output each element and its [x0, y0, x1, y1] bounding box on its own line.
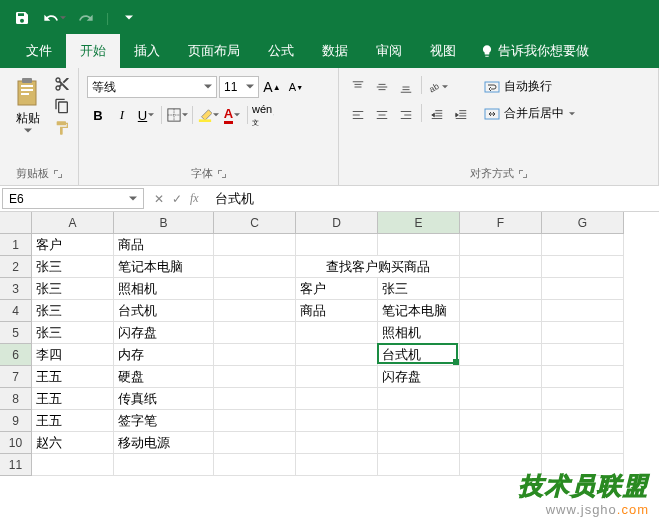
cell[interactable]: 硬盘 — [114, 366, 214, 388]
wrap-text-button[interactable]: 自动换行 — [478, 76, 581, 97]
cell[interactable] — [460, 410, 542, 432]
tab-insert[interactable]: 插入 — [120, 34, 174, 68]
row-header[interactable]: 4 — [0, 300, 32, 322]
column-header[interactable]: B — [114, 212, 214, 234]
cell[interactable] — [542, 256, 624, 278]
cell[interactable]: 照相机 — [114, 278, 214, 300]
cell[interactable] — [214, 300, 296, 322]
merge-center-button[interactable]: 合并后居中 — [478, 103, 581, 124]
tab-data[interactable]: 数据 — [308, 34, 362, 68]
cell[interactable] — [214, 278, 296, 300]
cell[interactable]: 签字笔 — [114, 410, 214, 432]
save-button[interactable] — [8, 4, 36, 32]
cell[interactable] — [378, 454, 460, 476]
cell[interactable]: 闪存盘 — [114, 322, 214, 344]
decrease-font-button[interactable]: A▼ — [285, 76, 307, 98]
cell[interactable] — [114, 454, 214, 476]
cell[interactable]: 李四 — [32, 344, 114, 366]
row-header[interactable]: 9 — [0, 410, 32, 432]
row-header[interactable]: 6 — [0, 344, 32, 366]
cell[interactable]: 张三 — [378, 278, 460, 300]
cell[interactable] — [32, 454, 114, 476]
cell[interactable] — [214, 388, 296, 410]
cell[interactable] — [460, 322, 542, 344]
orientation-button[interactable]: ab — [426, 76, 448, 98]
row-header[interactable]: 1 — [0, 234, 32, 256]
align-middle-button[interactable] — [371, 76, 393, 98]
fx-icon[interactable]: fx — [190, 191, 199, 206]
cell[interactable] — [296, 322, 378, 344]
tab-file[interactable]: 文件 — [12, 34, 66, 68]
dialog-launcher-icon[interactable] — [53, 169, 63, 179]
cell[interactable] — [214, 234, 296, 256]
cell[interactable] — [296, 388, 378, 410]
cell[interactable]: 张三 — [32, 300, 114, 322]
cell[interactable] — [460, 432, 542, 454]
cancel-formula-icon[interactable]: ✕ — [154, 192, 164, 206]
tab-pagelayout[interactable]: 页面布局 — [174, 34, 254, 68]
fill-color-button[interactable] — [197, 104, 219, 126]
paste-button[interactable]: 粘贴 — [6, 72, 50, 139]
cell[interactable] — [460, 278, 542, 300]
increase-font-button[interactable]: A▲ — [261, 76, 283, 98]
cell[interactable]: 台式机 — [114, 300, 214, 322]
cell[interactable]: 内存 — [114, 344, 214, 366]
cell[interactable]: 笔记本电脑 — [378, 300, 460, 322]
row-header[interactable]: 8 — [0, 388, 32, 410]
row-header[interactable]: 11 — [0, 454, 32, 476]
dialog-launcher-icon[interactable] — [217, 169, 227, 179]
row-header[interactable]: 5 — [0, 322, 32, 344]
cell[interactable]: 移动电源 — [114, 432, 214, 454]
column-header[interactable]: A — [32, 212, 114, 234]
cell[interactable] — [214, 256, 296, 278]
cell[interactable] — [378, 432, 460, 454]
tell-me-search[interactable]: 告诉我你想要做 — [470, 34, 599, 68]
align-center-button[interactable] — [371, 104, 393, 126]
cell[interactable] — [542, 234, 624, 256]
cell[interactable]: 笔记本电脑 — [114, 256, 214, 278]
cell[interactable]: 客户 — [296, 278, 378, 300]
cell[interactable] — [542, 300, 624, 322]
row-header[interactable]: 7 — [0, 366, 32, 388]
cell[interactable]: 张三 — [32, 322, 114, 344]
decrease-indent-button[interactable] — [426, 104, 448, 126]
cell[interactable] — [296, 344, 378, 366]
cell[interactable] — [460, 256, 542, 278]
align-left-button[interactable] — [347, 104, 369, 126]
cell[interactable]: 传真纸 — [114, 388, 214, 410]
redo-button[interactable] — [72, 4, 100, 32]
cell[interactable]: 台式机 — [378, 344, 460, 366]
column-header[interactable]: D — [296, 212, 378, 234]
tab-view[interactable]: 视图 — [416, 34, 470, 68]
cell[interactable] — [378, 388, 460, 410]
cell[interactable] — [296, 432, 378, 454]
underline-button[interactable]: U — [135, 104, 157, 126]
cell[interactable] — [214, 366, 296, 388]
tab-formulas[interactable]: 公式 — [254, 34, 308, 68]
dialog-launcher-icon[interactable] — [518, 169, 528, 179]
column-header[interactable]: G — [542, 212, 624, 234]
row-header[interactable]: 3 — [0, 278, 32, 300]
name-box[interactable]: E6 — [2, 188, 144, 209]
row-header[interactable]: 10 — [0, 432, 32, 454]
cell[interactable] — [378, 410, 460, 432]
cell[interactable] — [460, 344, 542, 366]
cell[interactable] — [296, 234, 378, 256]
cell[interactable] — [214, 432, 296, 454]
cell[interactable]: 张三 — [32, 278, 114, 300]
cell[interactable]: 张三 — [32, 256, 114, 278]
cell[interactable] — [542, 322, 624, 344]
cell[interactable]: 商品 — [296, 300, 378, 322]
font-color-button[interactable]: A — [221, 104, 243, 126]
cell[interactable] — [296, 410, 378, 432]
increase-indent-button[interactable] — [450, 104, 472, 126]
cell[interactable] — [542, 388, 624, 410]
cell[interactable] — [214, 410, 296, 432]
align-top-button[interactable] — [347, 76, 369, 98]
cell[interactable]: 查找客户购买商品 — [296, 256, 460, 278]
cell[interactable] — [378, 234, 460, 256]
align-bottom-button[interactable] — [395, 76, 417, 98]
cell[interactable] — [460, 300, 542, 322]
cell[interactable] — [214, 322, 296, 344]
cell[interactable] — [542, 366, 624, 388]
